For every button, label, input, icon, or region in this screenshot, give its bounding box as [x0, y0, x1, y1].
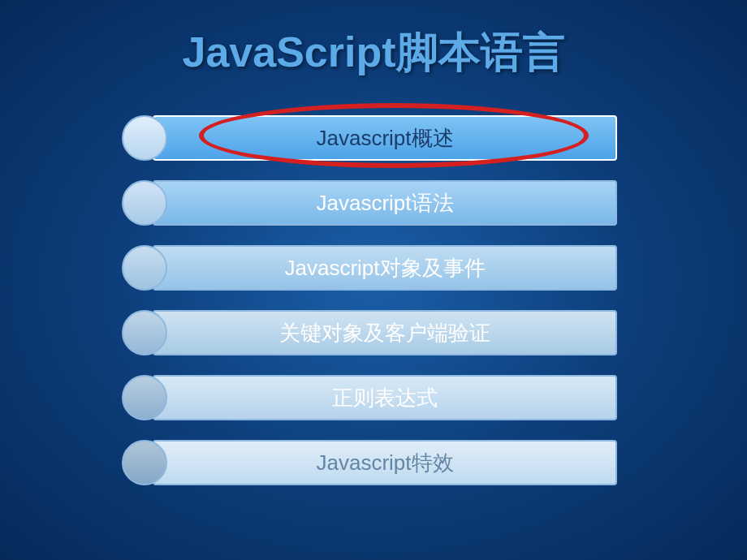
topic-bar: Javascript概述 [153, 115, 617, 161]
topic-bar: Javascript语法 [153, 180, 617, 226]
list-item: 关键对象及客户端验证 [130, 308, 617, 357]
slide-title: JavaScript脚本语言 [0, 0, 747, 114]
topics-list: Javascript概述 Javascript语法 Javascript对象及事… [0, 114, 747, 487]
topic-bar: Javascript特效 [153, 440, 617, 485]
topic-label: 正则表达式 [332, 384, 438, 412]
list-item: Javascript对象及事件 [130, 243, 617, 292]
bullet-icon [122, 245, 167, 291]
bullet-icon [122, 180, 167, 226]
bullet-icon [122, 375, 167, 420]
bullet-icon [122, 440, 167, 485]
bullet-icon [122, 115, 167, 161]
topic-label: Javascript对象及事件 [284, 254, 485, 282]
topic-label: Javascript概述 [316, 124, 453, 153]
bullet-icon [122, 310, 167, 355]
topic-bar: 关键对象及客户端验证 [153, 310, 617, 355]
list-item: Javascript特效 [130, 438, 617, 487]
topic-bar: Javascript对象及事件 [153, 245, 617, 291]
topic-label: Javascript特效 [316, 449, 453, 477]
list-item: 正则表达式 [130, 373, 617, 422]
topic-label: 关键对象及客户端验证 [279, 319, 490, 347]
list-item: Javascript语法 [130, 179, 617, 227]
list-item: Javascript概述 [130, 114, 617, 162]
topic-label: Javascript语法 [316, 189, 453, 218]
topic-bar: 正则表达式 [153, 375, 617, 420]
